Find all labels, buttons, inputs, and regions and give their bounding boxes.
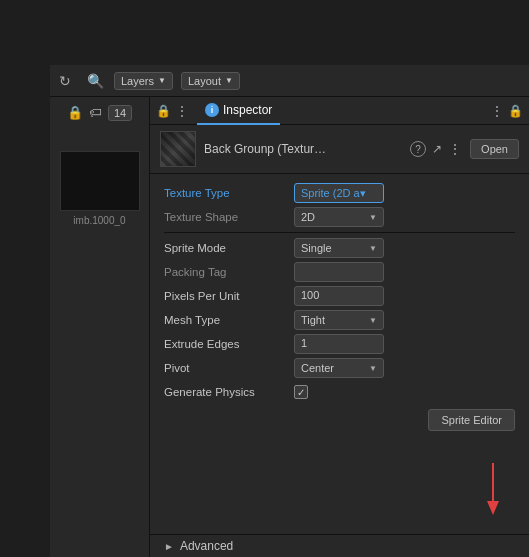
pivot-value: Center ▼: [294, 358, 515, 378]
texture-shape-dropdown[interactable]: 2D ▼: [294, 207, 384, 227]
texture-shape-arrow-icon: ▼: [369, 213, 377, 222]
asset-dots-icon[interactable]: ⋮: [448, 141, 462, 157]
packing-tag-label: Packing Tag: [164, 266, 294, 278]
sprite-mode-label: Sprite Mode: [164, 242, 294, 254]
texture-shape-value: 2D ▼: [294, 207, 515, 227]
asset-help-icon[interactable]: ?: [410, 141, 426, 157]
texture-shape-row: Texture Shape 2D ▼: [164, 206, 515, 228]
asset-header: Back Grounp (Textur… ? ↗ ⋮ Open: [150, 125, 529, 174]
sidebar-thumb: [60, 151, 140, 211]
left-sidebar: 🔒 🏷 14 imb.1000_0: [50, 97, 150, 557]
generate-physics-value: ✓: [294, 385, 515, 399]
mesh-type-value: Tight ▼: [294, 310, 515, 330]
texture-type-row: Texture Type Sprite (2D a▾: [164, 182, 515, 204]
asset-actions: ? ↗ ⋮: [410, 141, 462, 157]
divider-1: [164, 232, 515, 233]
layout-label: Layout: [188, 75, 221, 87]
texture-type-value: Sprite (2D a▾: [294, 183, 515, 203]
inspector-info-icon: i: [205, 103, 219, 117]
sidebar-thumb-label: imb.1000_0: [73, 215, 125, 226]
inspector-overflow-icon[interactable]: ⋮: [490, 103, 504, 119]
arrow-annotation: [479, 463, 507, 515]
packing-tag-value: [294, 262, 515, 282]
pixels-per-unit-value: 100: [294, 286, 515, 306]
texture-shape-label: Texture Shape: [164, 211, 294, 223]
pivot-dropdown[interactable]: Center ▼: [294, 358, 384, 378]
history-back-icon[interactable]: ↻: [50, 66, 80, 96]
inspector-tab-label: Inspector: [223, 103, 272, 117]
tag-icon[interactable]: 🏷: [89, 105, 102, 121]
pixels-per-unit-input[interactable]: 100: [294, 286, 384, 306]
sprite-mode-row: Sprite Mode Single ▼: [164, 237, 515, 259]
sprite-mode-text: Single: [301, 242, 365, 254]
open-button[interactable]: Open: [470, 139, 519, 159]
mesh-type-dropdown[interactable]: Tight ▼: [294, 310, 384, 330]
layers-dropdown[interactable]: Layers ▼: [114, 72, 173, 90]
mesh-type-label: Mesh Type: [164, 314, 294, 326]
mesh-type-text: Tight: [301, 314, 365, 326]
layers-label: Layers: [121, 75, 154, 87]
sprite-mode-arrow-icon: ▼: [369, 244, 377, 253]
pivot-row: Pivot Center ▼: [164, 357, 515, 379]
mesh-type-row: Mesh Type Tight ▼: [164, 309, 515, 331]
left-sidebar-toolbar: 🔒 🏷 14: [67, 105, 132, 121]
extrude-edges-input[interactable]: 1: [294, 334, 384, 354]
generate-physics-label: Generate Physics: [164, 386, 294, 398]
layout-dropdown[interactable]: Layout ▼: [181, 72, 240, 90]
texture-type-dropdown[interactable]: Sprite (2D a▾: [294, 183, 384, 203]
generate-physics-checkbox[interactable]: ✓: [294, 385, 308, 399]
pivot-text: Center: [301, 362, 365, 374]
sprite-mode-dropdown[interactable]: Single ▼: [294, 238, 384, 258]
asset-thumbnail: [160, 131, 196, 167]
advanced-section[interactable]: ► Advanced: [150, 534, 529, 557]
pixels-per-unit-label: Pixels Per Unit: [164, 290, 294, 302]
advanced-triangle-icon: ►: [164, 541, 174, 552]
asset-link-icon[interactable]: ↗: [432, 142, 442, 156]
sprite-editor-row: Sprite Editor: [164, 409, 515, 431]
texture-type-text: Sprite (2D a▾: [301, 187, 377, 200]
sprite-mode-value: Single ▼: [294, 238, 515, 258]
layout-arrow-icon: ▼: [225, 76, 233, 85]
lock-sidebar-icon[interactable]: 🔒: [67, 105, 83, 121]
inspector-tab-bar: 🔒 ⋮ i Inspector ⋮ 🔒: [150, 97, 529, 125]
layers-arrow-icon: ▼: [158, 76, 166, 85]
extrude-edges-label: Extrude Edges: [164, 338, 294, 350]
pivot-arrow-icon: ▼: [369, 364, 377, 373]
top-bar: ↻ 🔍 Layers ▼ Layout ▼: [50, 65, 529, 97]
extrude-edges-row: Extrude Edges 1: [164, 333, 515, 355]
inspector-lock2-icon[interactable]: 🔒: [508, 104, 523, 118]
svg-marker-1: [487, 501, 499, 515]
tab-inspector[interactable]: i Inspector: [197, 97, 280, 125]
packing-tag-row: Packing Tag: [164, 261, 515, 283]
inspector-lock-icon[interactable]: 🔒: [156, 104, 171, 118]
generate-physics-row: Generate Physics ✓: [164, 381, 515, 403]
inspector-menu-icon[interactable]: ⋮: [175, 103, 189, 119]
asset-name-label: Back Grounp (Textur…: [204, 142, 402, 156]
texture-shape-text: 2D: [301, 211, 365, 223]
search-icon[interactable]: 🔍: [80, 66, 110, 96]
pixels-per-unit-row: Pixels Per Unit 100: [164, 285, 515, 307]
texture-type-label: Texture Type: [164, 187, 294, 199]
pivot-label: Pivot: [164, 362, 294, 374]
properties-area: Texture Type Sprite (2D a▾ Texture Shape…: [150, 174, 529, 534]
sprite-editor-button[interactable]: Sprite Editor: [428, 409, 515, 431]
packing-tag-input[interactable]: [294, 262, 384, 282]
visibility-badge[interactable]: 14: [108, 105, 132, 121]
mesh-type-arrow-icon: ▼: [369, 316, 377, 325]
inspector-panel: 🔒 ⋮ i Inspector ⋮ 🔒 Back Grounp (Textur……: [150, 97, 529, 557]
advanced-label: Advanced: [180, 539, 233, 553]
extrude-edges-value: 1: [294, 334, 515, 354]
